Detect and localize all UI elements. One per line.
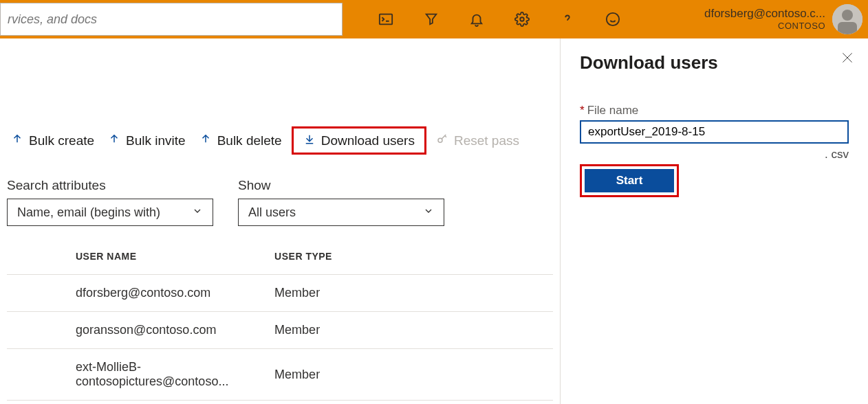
filter-icon[interactable] [409, 0, 454, 38]
search-placeholder-text: rvices, and docs [8, 12, 97, 27]
download-users-panel: Download users *File name . csv Start [560, 38, 868, 404]
svg-point-1 [520, 17, 524, 21]
user-name-text: goransson@contoso.com [76, 323, 216, 337]
search-attributes-value: Name, email (begins with) [17, 205, 160, 220]
account-org: CONTOSO [704, 21, 825, 32]
users-toolbar: Bulk create Bulk invite Bulk delete Down… [7, 126, 553, 155]
reset-password-label: Reset pass [454, 133, 519, 148]
table-row[interactable]: hmurphy@contoso.comMember [7, 401, 553, 405]
column-user-name[interactable]: USER NAME [7, 243, 269, 275]
panel-title: Download users [580, 52, 849, 74]
search-attributes-filter: Search attributes Name, email (begins wi… [7, 178, 213, 226]
svg-point-4 [842, 10, 853, 21]
cell-user-type: Member [269, 312, 553, 349]
svg-point-6 [438, 138, 442, 142]
bulk-invite-button[interactable]: Bulk invite [104, 131, 190, 150]
topbar-icon-group: dforsberg@contoso.c... CONTOSO [363, 0, 868, 38]
show-select[interactable]: All users [238, 199, 444, 226]
account-text: dforsberg@contoso.c... CONTOSO [704, 7, 832, 32]
file-name-input[interactable] [580, 120, 849, 144]
bulk-delete-button[interactable]: Bulk delete [195, 131, 286, 150]
account-email: dforsberg@contoso.c... [704, 7, 825, 21]
chevron-down-icon [192, 205, 203, 220]
show-value: All users [248, 205, 296, 220]
cloud-shell-icon[interactable] [363, 0, 409, 38]
svg-rect-0 [380, 14, 392, 25]
users-main: Bulk create Bulk invite Bulk delete Down… [0, 38, 560, 404]
cell-user-name: dforsberg@contoso.com [7, 275, 269, 312]
bulk-delete-label: Bulk delete [217, 133, 282, 148]
column-user-type[interactable]: USER TYPE [269, 243, 553, 275]
bulk-create-button[interactable]: Bulk create [7, 131, 98, 150]
search-attributes-select[interactable]: Name, email (begins with) [7, 199, 213, 226]
cell-user-name: goransson@contoso.com [7, 312, 269, 349]
cell-user-name: o Pictures)ext-MollieB-contosopictures@c… [7, 349, 269, 401]
download-users-label: Download users [321, 133, 415, 148]
table-row[interactable]: dforsberg@contoso.comMember [7, 275, 553, 312]
svg-rect-5 [838, 22, 857, 34]
upload-icon [11, 133, 23, 148]
account-menu[interactable]: dforsberg@contoso.c... CONTOSO [704, 4, 868, 34]
user-name-text: dforsberg@contoso.com [76, 286, 210, 300]
help-icon[interactable] [545, 0, 590, 38]
close-panel-button[interactable] [840, 51, 854, 67]
notifications-icon[interactable] [454, 0, 499, 38]
show-filter: Show All users [238, 178, 444, 226]
download-icon [303, 133, 316, 148]
table-row[interactable]: o Pictures)ext-MollieB-contosopictures@c… [7, 349, 553, 401]
start-button[interactable]: Start [585, 169, 674, 192]
filter-row: Search attributes Name, email (begins wi… [7, 178, 553, 226]
download-users-button[interactable]: Download users [292, 126, 426, 155]
start-highlight: Start [580, 164, 679, 197]
file-extension-label: . csv [580, 148, 849, 161]
table-row[interactable]: goransson@contoso.comMember [7, 312, 553, 349]
global-search-input[interactable]: rvices, and docs [0, 3, 343, 36]
show-label: Show [238, 178, 444, 193]
upload-icon [108, 133, 120, 148]
upload-icon [199, 133, 212, 148]
cell-user-type: Member [269, 401, 553, 405]
file-name-label: *File name [580, 104, 849, 117]
feedback-smile-icon[interactable] [590, 0, 636, 38]
settings-gear-icon[interactable] [499, 0, 545, 38]
cell-user-type: Member [269, 275, 553, 312]
bulk-create-label: Bulk create [29, 133, 94, 148]
cell-user-type: Member [269, 349, 553, 401]
users-table: USER NAME USER TYPE dforsberg@contoso.co… [7, 243, 553, 404]
search-attributes-label: Search attributes [7, 178, 213, 193]
reset-password-button: Reset pass [432, 131, 523, 150]
bulk-invite-label: Bulk invite [126, 133, 186, 148]
cell-user-name: hmurphy@contoso.com [7, 401, 269, 405]
chevron-down-icon [423, 205, 434, 220]
user-name-text: ext-MollieB-contosopictures@contoso... [76, 360, 228, 388]
avatar [832, 4, 862, 34]
top-bar: rvices, and docs dforsberg@contoso.c... … [0, 0, 868, 38]
file-name-label-text: File name [587, 104, 639, 117]
required-star: * [580, 104, 585, 117]
svg-point-2 [607, 13, 619, 25]
key-icon [436, 133, 448, 148]
